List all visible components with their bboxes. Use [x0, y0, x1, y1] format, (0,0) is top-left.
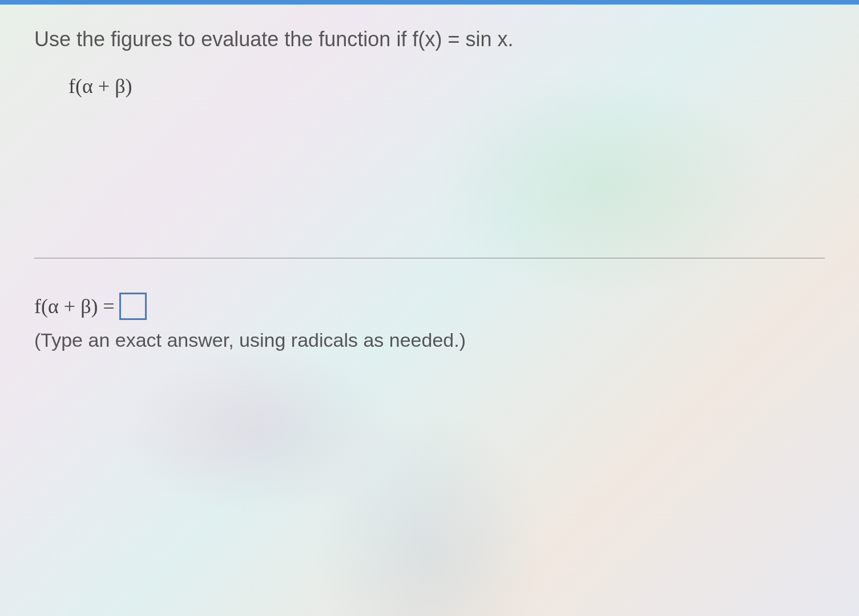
answer-lhs: f(α + β) = [34, 294, 115, 318]
question-content: Use the figures to evaluate the function… [0, 5, 859, 374]
answer-section: f(α + β) = (Type an exact answer, using … [34, 293, 825, 351]
answer-hint: (Type an exact answer, using radicals as… [34, 329, 825, 351]
question-expression: f(α + β) [68, 74, 825, 98]
section-divider [34, 258, 825, 258]
answer-line: f(α + β) = [34, 293, 825, 320]
answer-input[interactable] [119, 293, 147, 320]
top-accent-bar [0, 0, 859, 5]
question-prompt: Use the figures to evaluate the function… [34, 27, 825, 51]
